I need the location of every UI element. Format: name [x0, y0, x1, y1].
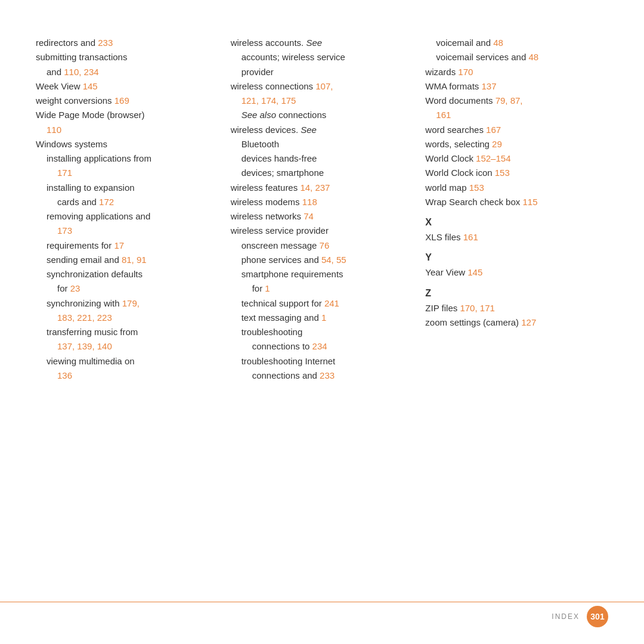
- list-item: 183, 221, 223: [57, 311, 219, 324]
- list-item: word searches 167: [425, 123, 608, 137]
- list-item: wireless modems 118: [231, 195, 414, 209]
- list-item: Word documents 79, 87,: [425, 94, 608, 107]
- list-item: submitting transactions: [36, 50, 219, 64]
- list-item: devices hands-free: [242, 151, 414, 165]
- footer-divider: [0, 602, 644, 603]
- list-item: Bluetooth: [242, 137, 414, 151]
- section-x: X: [425, 217, 608, 228]
- list-item: viewing multimedia on: [47, 354, 219, 368]
- list-item: transferring music from: [47, 325, 219, 339]
- list-item: 137, 139, 140: [57, 339, 219, 353]
- list-item: removing applications and: [47, 209, 219, 223]
- index-label: INDEX: [552, 612, 580, 621]
- list-item: for 1: [252, 281, 414, 295]
- list-item: 110: [47, 123, 219, 137]
- list-item: devices; smartphone: [242, 166, 414, 179]
- list-item: troubleshooting Internet: [242, 354, 414, 368]
- list-item: connections and 233: [252, 369, 414, 382]
- list-item: 161: [436, 108, 608, 122]
- list-item: synchronizing with 179,: [47, 296, 219, 310]
- list-item: Week View 145: [36, 79, 219, 93]
- section-z: Z: [425, 288, 608, 299]
- list-item: World Clock icon 153: [425, 166, 608, 179]
- list-item: wireless accounts. See: [231, 36, 414, 49]
- list-item: sending email and 81, 91: [47, 253, 219, 267]
- list-item: WMA formats 137: [425, 79, 608, 93]
- list-item: voicemail and 48: [436, 36, 608, 49]
- list-item: accounts; wireless service: [242, 50, 414, 64]
- list-item: installing applications from: [47, 151, 219, 165]
- index-columns: redirectors and 233 submitting transacti…: [36, 36, 608, 383]
- list-item: 173: [57, 224, 219, 237]
- list-item: voicemail services and 48: [436, 50, 608, 64]
- page: redirectors and 233 submitting transacti…: [0, 0, 644, 644]
- list-item: and 110, 234: [47, 65, 219, 79]
- footer: INDEX 301: [552, 606, 608, 627]
- list-item: ZIP files 170, 171: [425, 301, 608, 315]
- list-item: cards and 172: [57, 195, 219, 209]
- list-item: Year View 145: [425, 265, 608, 279]
- list-item: synchronization defaults: [47, 267, 219, 281]
- page-number: 301: [587, 606, 608, 627]
- list-item: installing to expansion: [47, 181, 219, 194]
- list-item: for 23: [57, 281, 219, 295]
- list-item: world map 153: [425, 181, 608, 194]
- section-y: Y: [425, 252, 608, 263]
- list-item: wireless networks 74: [231, 209, 414, 223]
- list-item: 136: [57, 369, 219, 382]
- list-item: See also connections: [242, 108, 414, 122]
- list-item: words, selecting 29: [425, 137, 608, 151]
- list-item: phone services and 54, 55: [242, 253, 414, 267]
- list-item: 171: [57, 166, 219, 179]
- list-item: wireless features 14, 237: [231, 181, 414, 194]
- list-item: weight conversions 169: [36, 94, 219, 107]
- list-item: zoom settings (camera) 127: [425, 315, 608, 329]
- list-item: troubleshooting: [242, 325, 414, 339]
- list-item: Wide Page Mode (browser): [36, 108, 219, 122]
- list-item: World Clock 152–154: [425, 151, 608, 165]
- list-item: Wrap Search check box 115: [425, 195, 608, 209]
- list-item: onscreen message 76: [242, 239, 414, 252]
- list-item: XLS files 161: [425, 230, 608, 244]
- list-item: connections to 234: [252, 339, 414, 353]
- list-item: requirements for 17: [47, 239, 219, 252]
- list-item: smartphone requirements: [242, 267, 414, 281]
- list-item: redirectors and 233: [36, 36, 219, 49]
- list-item: wireless connections 107,: [231, 79, 414, 93]
- list-item: wireless service provider: [231, 224, 414, 237]
- column-1: redirectors and 233 submitting transacti…: [36, 36, 231, 383]
- list-item: provider: [242, 65, 414, 79]
- column-2: wireless accounts. See accounts; wireles…: [231, 36, 426, 383]
- column-3: voicemail and 48 voicemail services and …: [425, 36, 608, 383]
- list-item: Windows systems: [36, 137, 219, 151]
- list-item: wizards 170: [425, 65, 608, 79]
- list-item: wireless devices. See: [231, 123, 414, 137]
- list-item: 121, 174, 175: [242, 94, 414, 107]
- list-item: technical support for 241: [242, 296, 414, 310]
- list-item: text messaging and 1: [242, 311, 414, 324]
